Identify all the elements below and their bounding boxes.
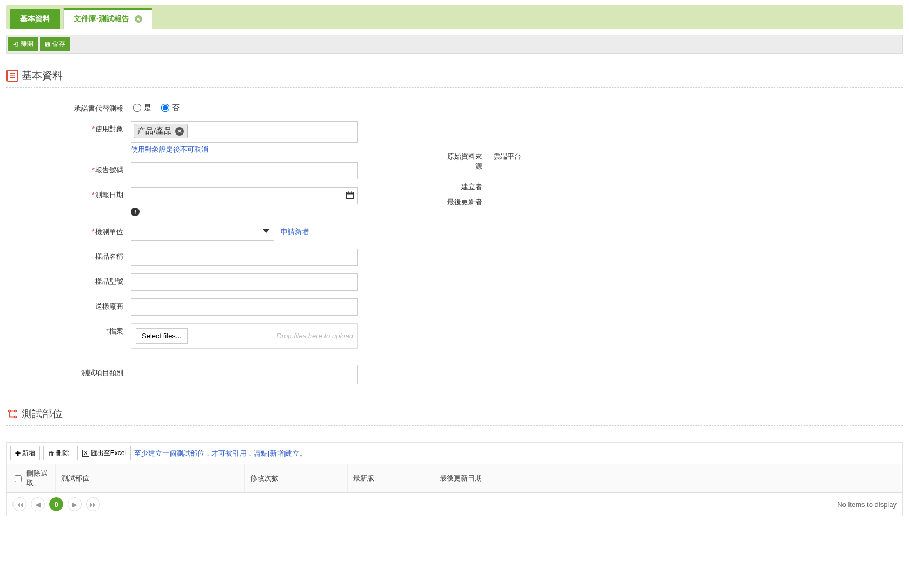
usage-hint: 使用對象設定後不可取消 — [131, 145, 208, 155]
source-value: 雲端平台 — [493, 152, 521, 171]
report-date-label: 測報日期 — [6, 187, 131, 200]
pager-next-button[interactable]: ▶ — [68, 497, 82, 511]
col-test-part: 測試部位 — [61, 473, 89, 483]
yes-label: 是 — [144, 103, 151, 112]
file-label: 檔案 — [6, 323, 131, 336]
unit-label: 檢測單位 — [6, 224, 131, 237]
commitment-no-option[interactable]: 否 — [159, 103, 180, 112]
svg-point-9 — [15, 416, 17, 418]
sample-model-input[interactable] — [131, 273, 358, 291]
leave-button-label: 離開 — [21, 39, 34, 49]
commitment-label: 承諾書代替測報 — [6, 101, 131, 113]
section-basic-info-header: 基本資料 — [6, 69, 903, 83]
divider-2 — [6, 425, 903, 426]
close-tab-icon[interactable]: × — [135, 15, 142, 23]
report-no-input[interactable] — [131, 162, 358, 179]
select-all-checkbox[interactable] — [15, 475, 22, 482]
export-excel-label: 匯出至Excel — [91, 449, 126, 458]
leave-button[interactable]: 離開 — [8, 37, 38, 51]
commitment-yes-option[interactable]: 是 — [131, 103, 154, 112]
no-label: 否 — [172, 103, 180, 112]
usage-chip-text: 产品/產品 — [137, 126, 172, 136]
pager-prev-button[interactable]: ◀ — [31, 497, 45, 511]
report-no-label: 報告號碼 — [6, 162, 131, 175]
test-parts-grid: ✚ 新增 🗑 刪除 X 匯出至Excel 至少建立一個測試部位，才可被引用，請點… — [6, 442, 903, 516]
export-excel-button[interactable]: X 匯出至Excel — [77, 446, 131, 460]
usage-label: 使用對象 — [6, 121, 131, 134]
col-revisions: 修改次數 — [250, 473, 278, 483]
drop-hint: Drop files here to upload — [276, 332, 353, 340]
apply-new-link[interactable]: 申請新增 — [281, 228, 309, 236]
usage-chip: 产品/產品 ✕ — [134, 124, 188, 138]
excel-icon: X — [82, 450, 89, 457]
pager-no-items: No items to display — [837, 500, 897, 509]
sample-name-input[interactable] — [131, 249, 358, 266]
pager-first-button[interactable]: ⏮ — [12, 497, 26, 511]
usage-chipbox[interactable]: 产品/產品 ✕ — [131, 121, 358, 143]
grid-message: 至少建立一個測試部位，才可被引用，請點[新增]建立。 — [134, 449, 307, 458]
save-button[interactable]: 儲存 — [40, 37, 70, 51]
list-icon — [6, 70, 18, 82]
category-input[interactable] — [131, 365, 358, 384]
pager-page-number[interactable]: 0 — [49, 497, 63, 511]
delete-button-label: 刪除 — [56, 449, 69, 458]
chip-delete-icon[interactable]: ✕ — [175, 127, 184, 136]
sample-name-label: 樣品名稱 — [6, 249, 131, 262]
save-icon — [44, 41, 51, 48]
section-test-parts-title: 測試部位 — [22, 407, 63, 421]
vendor-input[interactable] — [131, 298, 358, 316]
creator-label: 建立者 — [444, 182, 493, 192]
col-last-update: 最後更新日期 — [440, 473, 482, 483]
chevron-down-icon — [263, 229, 269, 233]
divider — [6, 87, 903, 88]
calendar-icon[interactable] — [345, 190, 355, 200]
plus-icon: ✚ — [15, 450, 21, 457]
add-button-label: 新增 — [22, 449, 35, 458]
vendor-label: 送樣廠商 — [6, 298, 131, 311]
col-delete-select: 刪除選取 — [26, 469, 50, 488]
section-basic-info-title: 基本資料 — [22, 69, 63, 83]
add-button[interactable]: ✚ 新增 — [10, 446, 40, 460]
grid-pager: ⏮ ◀ 0 ▶ ⏭ No items to display — [7, 493, 902, 516]
grid-header-row: 刪除選取 測試部位 修改次數 最新版 最後更新日期 — [7, 464, 902, 493]
grid-toolbar: ✚ 新增 🗑 刪除 X 匯出至Excel 至少建立一個測試部位，才可被引用，請點… — [7, 443, 902, 464]
category-label: 測試項目類別 — [6, 365, 131, 378]
info-icon[interactable]: i — [131, 208, 140, 216]
commitment-no-radio[interactable] — [161, 104, 169, 112]
svg-rect-3 — [346, 192, 354, 199]
pager-last-button[interactable]: ⏭ — [86, 497, 100, 511]
svg-point-7 — [9, 410, 11, 412]
tab-basic-info[interactable]: 基本資料 — [10, 9, 60, 29]
trash-icon: 🗑 — [48, 450, 55, 457]
select-files-button[interactable]: Select files... — [136, 328, 188, 344]
tab-basic-label: 基本資料 — [20, 14, 50, 23]
source-label: 原始資料來源 — [444, 152, 493, 171]
svg-point-8 — [15, 410, 17, 412]
report-date-input[interactable] — [131, 187, 358, 204]
delete-button[interactable]: 🗑 刪除 — [43, 446, 74, 460]
unit-dropdown[interactable] — [131, 224, 274, 241]
tab-active-label: 文件庫-測試報告 — [74, 14, 129, 23]
section-test-parts-header: 測試部位 — [6, 407, 903, 421]
file-dropzone[interactable]: Select files... Drop files here to uploa… — [131, 323, 358, 349]
action-bar: 離開 儲存 — [6, 35, 903, 54]
commitment-yes-radio[interactable] — [133, 104, 142, 112]
tab-document-test-report[interactable]: 文件庫-測試報告 × — [63, 8, 152, 29]
updater-label: 最後更新者 — [444, 197, 493, 207]
exit-icon — [12, 41, 19, 48]
sample-model-label: 樣品型號 — [6, 273, 131, 286]
col-latest: 最新版 — [353, 473, 374, 483]
hierarchy-icon — [6, 408, 18, 420]
tab-bar: 基本資料 文件庫-測試報告 × — [6, 5, 903, 29]
save-button-label: 儲存 — [52, 39, 65, 49]
